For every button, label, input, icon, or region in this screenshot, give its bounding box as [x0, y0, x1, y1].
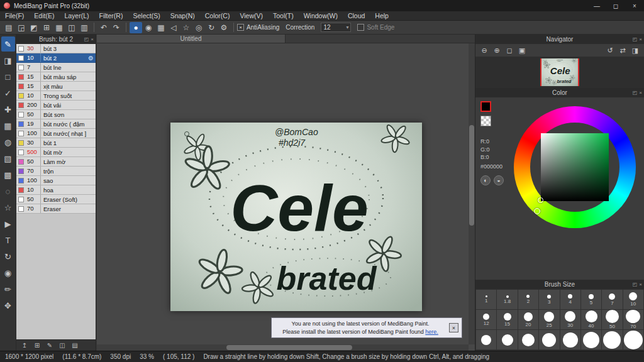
close-panel-icon[interactable]: ×: [639, 90, 642, 96]
brush-size-option[interactable]: 30: [560, 310, 580, 329]
bucket-tool[interactable]: ◍: [1, 134, 15, 150]
magic-wand-tool[interactable]: ☆: [1, 200, 15, 215]
brush-tip-icon[interactable]: ●: [130, 22, 142, 33]
brush-size-option[interactable]: 10: [623, 290, 643, 309]
menu-select[interactable]: Select(S): [128, 11, 165, 21]
divide-tool[interactable]: ✏: [1, 282, 15, 297]
brush-size-option[interactable]: [539, 330, 559, 349]
grid-icon[interactable]: ▦: [53, 22, 65, 33]
correction-select[interactable]: 12 ▾: [321, 23, 351, 32]
zoom-in-icon[interactable]: ⊕: [491, 45, 502, 55]
brush-row[interactable]: 100 bút nước( nhạt ]: [16, 129, 96, 138]
radial-snap-icon[interactable]: ☆: [180, 22, 192, 33]
antialiasing-checkbox[interactable]: ×: [237, 24, 244, 31]
material-icon[interactable]: ▥: [78, 22, 91, 33]
eyedropper-tool[interactable]: ◉: [1, 265, 15, 280]
brush-size-option[interactable]: 70: [623, 310, 643, 329]
brush-size-option[interactable]: 40: [581, 310, 601, 329]
snap-settings-icon[interactable]: ⚙: [218, 22, 230, 33]
brush-row[interactable]: 10 Trong suốt: [16, 91, 96, 101]
lasso-tool[interactable]: ◌: [1, 184, 15, 199]
brush-size-option[interactable]: 25: [539, 310, 559, 329]
rotate-tool[interactable]: ↻: [1, 249, 15, 264]
marquee-select-tool[interactable]: ▩: [1, 167, 15, 182]
float-panel-icon[interactable]: ◰: [633, 90, 638, 96]
float-panel-icon[interactable]: ◰: [84, 36, 89, 42]
brush-row[interactable]: 50 Eraser (Soft): [16, 195, 96, 204]
brush-row-selected[interactable]: 10 bút 2 ⚙: [16, 53, 96, 63]
menu-view[interactable]: View(V): [235, 11, 268, 21]
color-wheel-mode-icon[interactable]: ◐: [480, 175, 491, 185]
select-tool[interactable]: ▦: [1, 118, 15, 133]
square-brush-tool[interactable]: □: [1, 69, 15, 84]
move-up-icon[interactable]: ↥: [19, 341, 30, 350]
vertical-scroll-thumb[interactable]: [469, 125, 474, 226]
close-button[interactable]: ×: [625, 0, 644, 11]
document-tab[interactable]: Untitled: [97, 35, 286, 43]
close-panel-icon[interactable]: ×: [91, 36, 94, 42]
undo-icon[interactable]: ↶: [97, 22, 110, 33]
select-pen-tool[interactable]: ▶: [1, 216, 15, 231]
brush-settings-gear-icon[interactable]: ⚙: [88, 55, 94, 62]
menu-edit[interactable]: Edit(E): [29, 11, 59, 21]
foreground-color-swatch[interactable]: [480, 101, 491, 112]
duplicate-brush-icon[interactable]: ◫: [57, 341, 67, 350]
brush-row[interactable]: 50 Làm mờ: [16, 157, 96, 167]
brush-row[interactable]: 15 xịt màu: [16, 82, 96, 91]
menu-filter[interactable]: Filter(R): [94, 11, 128, 21]
move-tool[interactable]: ✚: [1, 102, 15, 117]
brush-size-option[interactable]: [623, 330, 643, 349]
brush-tool[interactable]: ✎: [1, 36, 15, 52]
brush-row[interactable]: 7 bút lne: [16, 63, 96, 72]
brush-row[interactable]: 19 bút nước ( đậm: [16, 119, 96, 129]
new-canvas-icon[interactable]: ▤: [3, 22, 15, 33]
reset-view-icon[interactable]: ◨: [630, 45, 641, 55]
float-panel-icon[interactable]: ◰: [633, 282, 638, 287]
close-panel-icon[interactable]: ×: [639, 282, 642, 287]
minimize-button[interactable]: —: [587, 0, 606, 11]
brush-row[interactable]: 15 bút màu sáp: [16, 72, 96, 82]
menu-help[interactable]: Help: [370, 11, 394, 21]
brush-size-option[interactable]: 50: [602, 310, 622, 329]
brush-size-option[interactable]: 20: [518, 310, 538, 329]
brush-row[interactable]: 100 sao: [16, 176, 96, 185]
brush-size-option[interactable]: 4: [560, 290, 580, 309]
brush-size-option[interactable]: 12: [476, 310, 496, 329]
menu-layer[interactable]: Layer(L): [59, 11, 94, 21]
brush-row[interactable]: 500 bút mờ: [16, 148, 96, 157]
brush-size-option[interactable]: [602, 330, 622, 349]
copy-icon[interactable]: ⊞: [40, 22, 53, 33]
soft-edge-checkbox[interactable]: [357, 24, 364, 31]
close-panel-icon[interactable]: ×: [639, 36, 642, 42]
grid-snap-icon[interactable]: ▦: [155, 22, 167, 33]
brush-size-option[interactable]: 1: [476, 290, 496, 309]
brush-row[interactable]: 10 hoa: [16, 185, 96, 195]
notification-close-icon[interactable]: ×: [449, 323, 458, 332]
brush-folder-icon[interactable]: ▤: [70, 341, 80, 350]
rotate-left-icon[interactable]: ↺: [604, 45, 616, 55]
menu-window[interactable]: Window(W): [299, 11, 343, 21]
transparent-color-swatch[interactable]: [480, 116, 491, 126]
vanishing-point-snap-icon[interactable]: ◁: [167, 22, 180, 33]
menu-file[interactable]: File(F): [0, 11, 29, 21]
brush-size-option[interactable]: 3: [539, 290, 559, 309]
saturation-value-square[interactable]: [541, 133, 609, 201]
stroke-stabilizer-icon[interactable]: ◉: [142, 22, 155, 33]
brush-row[interactable]: 200 bút vải: [16, 101, 96, 110]
flip-horizontal-icon[interactable]: ⇄: [617, 45, 628, 55]
brush-row[interactable]: 70 Eraser: [16, 204, 96, 214]
zoom-fit-icon[interactable]: ◻: [504, 45, 515, 55]
brush-size-option[interactable]: [518, 330, 538, 349]
canvas[interactable]: [170, 123, 422, 311]
zoom-out-icon[interactable]: ⊖: [479, 45, 490, 55]
redo-icon[interactable]: ↷: [110, 22, 123, 33]
brush-size-option[interactable]: [476, 330, 496, 349]
panel-layout-icon[interactable]: ◫: [65, 22, 78, 33]
brush-size-option[interactable]: 1.8: [497, 290, 517, 309]
eraser-tool[interactable]: ◨: [1, 53, 15, 68]
menu-cloud[interactable]: Cloud: [343, 11, 370, 21]
menu-color[interactable]: Color(C): [200, 11, 235, 21]
zoom-actual-icon[interactable]: ▣: [516, 45, 528, 55]
horizontal-scroll-thumb[interactable]: [226, 345, 352, 350]
brush-size-option[interactable]: 7: [602, 290, 622, 309]
